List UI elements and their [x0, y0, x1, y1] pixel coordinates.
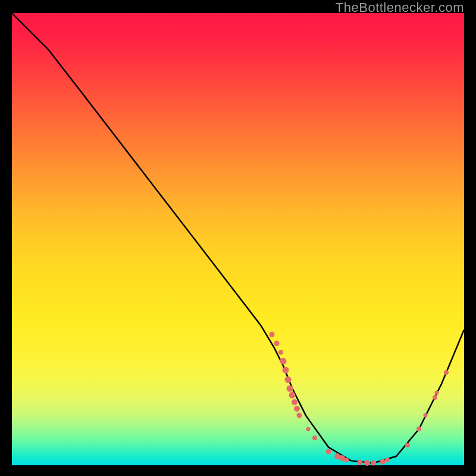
data-point: [444, 370, 449, 375]
data-point: [405, 443, 410, 447]
curve-layer: [12, 13, 464, 465]
data-point: [416, 427, 421, 431]
data-point: [274, 340, 279, 346]
attribution-label: TheBottlenecker.com: [336, 0, 464, 15]
data-point: [358, 459, 363, 465]
data-point: [292, 399, 298, 405]
data-point: [270, 331, 275, 337]
data-point: [294, 406, 300, 412]
data-point: [282, 367, 289, 374]
data-point: [326, 449, 331, 455]
data-point: [289, 392, 296, 399]
bottleneck-curve: [12, 13, 464, 463]
data-point: [371, 461, 377, 466]
data-point: [312, 436, 317, 440]
data-point: [385, 458, 390, 462]
data-point: [435, 391, 439, 395]
data-point: [424, 414, 428, 418]
data-point: [364, 460, 370, 466]
data-point: [433, 395, 437, 400]
data-point: [280, 358, 287, 365]
data-point: [296, 413, 302, 418]
chart-plot-area: [12, 13, 464, 465]
data-point: [284, 376, 291, 383]
data-point: [344, 458, 349, 462]
data-point: [287, 385, 293, 392]
data-point: [306, 427, 310, 431]
data-point: [278, 350, 283, 355]
